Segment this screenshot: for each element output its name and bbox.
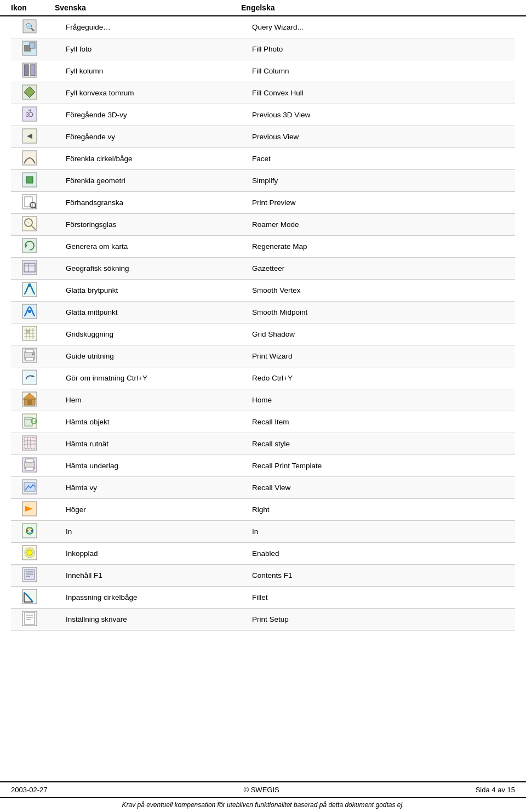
row-icon-cell [22, 84, 66, 101]
row-icon-cell [22, 370, 66, 387]
icon-3dview: 3D◄ [22, 106, 37, 123]
icon-recallstyle [22, 435, 37, 452]
icon-right [22, 501, 37, 518]
icon-contents [22, 567, 37, 584]
row-icon-cell [22, 41, 66, 58]
col-header-engelska: Engelska [241, 3, 515, 12]
row-engelska: Fillet [252, 593, 504, 601]
row-svenska: Glatta mittpunkt [66, 308, 252, 316]
icon-wizard: 🔍 [22, 19, 37, 36]
row-svenska: Förenkla cirkel/båge [66, 155, 252, 163]
table-row: Förenkla cirkel/bågeFacet [11, 148, 515, 170]
row-engelska: Enabled [252, 549, 504, 558]
icon-printsetup [22, 611, 37, 628]
row-icon-cell [22, 589, 66, 606]
row-svenska: Föregående vy [66, 133, 252, 141]
row-svenska: Höger [66, 506, 252, 514]
row-svenska: Glatta brytpunkt [66, 286, 252, 294]
table-row: Glatta mittpunktSmooth Midpoint [11, 302, 515, 323]
table-row: Gör om inmatning Ctrl+YRedo Ctrl+Y [11, 367, 515, 389]
row-engelska: Fill Column [252, 67, 504, 75]
table-row: 🔍Frågeguide…Query Wizard... [11, 16, 515, 38]
row-icon-cell [22, 567, 66, 584]
svg-rect-26 [22, 239, 37, 253]
icon-facet [22, 150, 37, 167]
row-icon-cell [22, 501, 66, 518]
table-row: Inpassning cirkelbågeFillet [11, 587, 515, 609]
row-svenska: Hämta objekt [66, 418, 252, 426]
row-svenska: Fyll konvexa tomrum [66, 89, 252, 97]
icon-gridshadow [22, 326, 37, 343]
svg-rect-17 [26, 177, 33, 183]
row-icon-cell [22, 326, 66, 343]
svg-text:+: + [27, 220, 30, 225]
icon-printpreview [22, 194, 37, 211]
table-row: Fyll fotoFill Photo [11, 38, 515, 60]
row-engelska: In [252, 527, 504, 536]
row-svenska: Hämta underlag [66, 462, 252, 470]
row-engelska: Redo Ctrl+Y [252, 374, 504, 382]
svg-point-77 [31, 530, 33, 532]
row-icon-cell [22, 172, 66, 189]
svg-rect-74 [22, 524, 37, 538]
copyright-text: © SWEGIS [244, 786, 279, 794]
icon-photo [22, 41, 37, 58]
row-svenska: Inställning skrivare [66, 615, 252, 623]
row-icon-cell: + [22, 216, 66, 233]
row-svenska: Föregående 3D-vy [66, 111, 252, 119]
col-header-ikon: Ikon [11, 3, 55, 12]
table-row: Innehåll F1Contents F1 [11, 565, 515, 587]
icon-redo [22, 370, 37, 387]
row-icon-cell [22, 611, 66, 628]
row-icon-cell: ◄ [22, 128, 66, 145]
icon-fillet [22, 589, 37, 606]
row-engelska: Gazetteer [252, 264, 504, 272]
row-icon-cell [22, 545, 66, 562]
row-svenska: Fyll kolumn [66, 67, 252, 75]
table-row: HögerRight [11, 499, 515, 521]
icon-smoothvertex [22, 282, 37, 299]
table-row: ◄Föregående vyPrevious View [11, 126, 515, 148]
row-icon-cell [22, 523, 66, 540]
row-engelska: Grid Shadow [252, 330, 504, 338]
svg-rect-92 [25, 612, 35, 624]
row-icon-cell [22, 391, 66, 408]
row-svenska: Hämta rutnät [66, 440, 252, 448]
table-row: Hämta underlagRecall Print Template [11, 455, 515, 477]
icon-recallitem: + [22, 413, 37, 430]
footer-copyright: © SWEGIS [244, 786, 279, 794]
table-row: InkoppladEnabled [11, 543, 515, 565]
row-engelska: Fill Photo [252, 45, 504, 53]
page-container: Ikon Svenska Engelska 🔍Frågeguide…Query … [0, 0, 526, 812]
row-icon-cell: 3D◄ [22, 106, 66, 123]
svg-rect-19 [25, 197, 32, 207]
table-row: Geografisk sökningGazetteer [11, 258, 515, 280]
row-icon-cell [22, 479, 66, 496]
row-engelska: Previous View [252, 133, 504, 141]
row-svenska: Inkopplad [66, 549, 252, 558]
row-svenska: Frågeguide… [66, 23, 252, 31]
row-engelska: Contents F1 [252, 571, 504, 580]
col-header-svenska: Svenska [55, 3, 241, 12]
row-svenska: Förenkla geometri [66, 177, 252, 185]
svg-text:◄: ◄ [25, 131, 34, 140]
row-engelska: Smooth Midpoint [252, 308, 504, 316]
table-row: Inställning skrivarePrint Setup [11, 609, 515, 631]
svg-point-33 [28, 283, 31, 287]
table-row: HemHome [11, 389, 515, 411]
row-engelska: Print Setup [252, 615, 504, 623]
row-svenska: Geografisk sökning [66, 264, 252, 272]
row-icon-cell [22, 150, 66, 167]
svg-text:🔍: 🔍 [25, 22, 35, 32]
svg-rect-47 [26, 357, 33, 361]
row-svenska: Gör om inmatning Ctrl+Y [66, 374, 252, 382]
footer-note: Krav på eventuell kompensation för utebl… [0, 797, 526, 812]
table-row: Glatta brytpunktSmooth Vertex [11, 280, 515, 302]
svg-point-82 [27, 550, 32, 555]
svg-rect-60 [22, 436, 37, 450]
table-row: Guide utritningPrint Wizard [11, 345, 515, 367]
icon-printwiz [22, 348, 37, 365]
row-icon-cell: + [22, 413, 66, 430]
svg-rect-4 [30, 43, 35, 48]
row-icon-cell [22, 282, 66, 299]
